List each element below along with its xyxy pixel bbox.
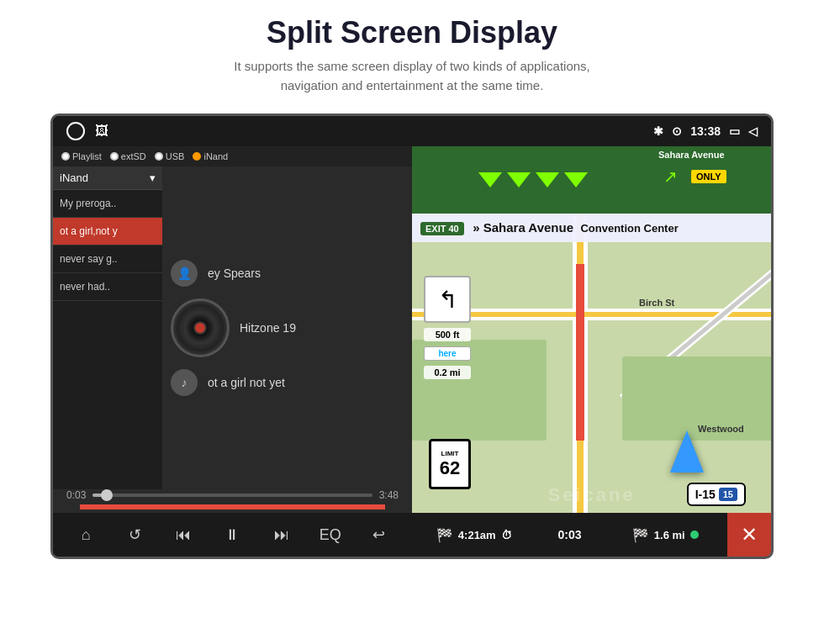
nav-bottom-right: 🏁 1.6 mi <box>604 527 728 543</box>
controls-bar: ⌂ ↺ ⏮ ⏸ ⏭ EQ ↩ <box>53 513 412 557</box>
nav-bottom-bar: 🏁 4:21am ⏱ 0:03 🏁 1.6 mi ✕ <box>412 513 771 557</box>
exit-badge: EXIT 40 <box>420 222 464 235</box>
arrow-up-right-icon: ↗ <box>658 165 683 188</box>
highway-badge: I-15 15 <box>687 483 746 506</box>
distance-remaining: 1.6 mi <box>654 529 685 541</box>
page-subtitle: It supports the same screen display of t… <box>0 57 824 95</box>
green-dot-icon <box>690 531 699 539</box>
nav-top-sign: Sahara Avenue ↗ ONLY <box>412 146 771 214</box>
home-btn[interactable]: ⌂ <box>71 520 101 550</box>
usb-label: USB <box>166 151 185 161</box>
vinyl-center <box>193 321 207 335</box>
source-extsd[interactable]: extSD <box>110 151 146 161</box>
back-icon: ◁ <box>748 124 758 138</box>
back-ctrl-btn[interactable]: ↩ <box>364 520 394 550</box>
speed-limit-sign: LIMIT 62 <box>429 439 471 489</box>
album-name: Hitzone 19 <box>240 321 296 335</box>
split-container: Playlist extSD USB iNand <box>53 146 771 557</box>
playlist-sidebar: iNand ▾ My preroga.. ot a girl,not y nev… <box>53 166 162 489</box>
radio-inand-dot <box>193 152 201 161</box>
i15-text: I-15 <box>695 488 716 501</box>
playlist-label: Playlist <box>72 151 102 161</box>
close-icon: ✕ <box>741 523 758 546</box>
next-btn[interactable]: ⏭ <box>267 520 297 550</box>
clock-icon: ⏱ <box>501 529 512 541</box>
playlist-item-1[interactable]: My preroga.. <box>53 190 162 218</box>
track-name: ot a girl not yet <box>208 376 285 389</box>
nav-close-button[interactable]: ✕ <box>727 513 771 557</box>
playlist-item-3[interactable]: never say g.. <box>53 245 162 273</box>
window-icon: ▭ <box>729 124 740 138</box>
bluetooth-icon: ✱ <box>653 124 663 138</box>
radio-extsd-dot <box>110 152 119 161</box>
status-time: 13:38 <box>690 124 721 138</box>
page-title: Split Screen Display <box>0 15 824 50</box>
progress-section: 0:03 3:48 <box>53 489 412 513</box>
sign-right-block: Sahara Avenue ↗ ONLY <box>653 146 771 214</box>
arrow-down-4 <box>564 172 588 187</box>
exit-subtitle: Convention Center <box>580 222 678 235</box>
note-icon: ♪ <box>171 369 198 396</box>
time-current: 0:03 <box>66 489 86 501</box>
nav-arrow <box>670 430 704 472</box>
status-left: 🖼 <box>66 122 108 140</box>
eta-time: 4:21am <box>458 529 496 541</box>
distance-500ft: 500 ft <box>424 328 471 341</box>
turn-icons-group: ↰ 500 ft here 0.2 mi <box>424 276 471 379</box>
progress-thumb[interactable] <box>101 489 113 501</box>
prev-btn[interactable]: ⏮ <box>168 520 198 550</box>
page-header: Split Screen Display It supports the sam… <box>0 0 824 103</box>
artist-icon: 👤 <box>171 260 198 287</box>
inand-source-label: iNand <box>203 151 228 161</box>
progress-row: 0:03 3:48 <box>66 489 399 501</box>
arrow-down-3 <box>536 172 559 187</box>
flag-icon-left: 🏁 <box>436 527 453 543</box>
source-selector[interactable]: iNand ▾ <box>53 166 162 190</box>
arrow-down-2 <box>507 172 531 187</box>
here-logo: here <box>424 346 471 361</box>
artist-row: 👤 ey Spears <box>171 260 404 287</box>
radio-playlist-dot <box>61 152 70 161</box>
music-panel: Playlist extSD USB iNand <box>53 146 412 557</box>
turn-left-icon: ↰ <box>424 276 471 323</box>
red-progress-bar <box>80 504 385 509</box>
music-meta: 👤 ey Spears Hitzone 19 ♪ <box>171 260 404 396</box>
status-right: ✱ ⊙ 13:38 ▭ ◁ <box>653 124 758 138</box>
eq-btn[interactable]: EQ <box>315 520 346 550</box>
artist-name: ey Spears <box>208 267 261 280</box>
home-button-icon[interactable] <box>66 122 85 140</box>
only-badge: ONLY <box>691 170 726 183</box>
elapsed-time: 0:03 <box>557 528 581 541</box>
playlist-item-2[interactable]: ot a girl,not y <box>53 218 162 245</box>
extsd-label: extSD <box>121 151 146 161</box>
source-inand[interactable]: iNand <box>193 151 228 161</box>
location-icon: ⊙ <box>672 124 682 138</box>
status-bar: 🖼 ✱ ⊙ 13:38 ▭ ◁ <box>53 116 771 146</box>
album-row: Hitzone 19 <box>171 298 404 357</box>
playlist-item-4[interactable]: never had.. <box>53 273 162 301</box>
source-playlist[interactable]: Playlist <box>61 151 102 161</box>
radio-usb-dot <box>155 152 163 161</box>
exit-text: » Sahara Avenue <box>473 220 573 235</box>
track-row: ♪ ot a girl not yet <box>171 369 404 396</box>
arrow-down-1 <box>478 172 502 187</box>
time-total: 3:48 <box>379 489 399 501</box>
nav-bottom-mid: 0:03 <box>536 528 604 541</box>
progress-bar[interactable] <box>92 494 372 497</box>
vinyl-disc <box>171 298 230 357</box>
sahara-label: Sahara Avenue <box>653 146 771 163</box>
left-content: iNand ▾ My preroga.. ot a girl,not y nev… <box>53 166 412 489</box>
nav-panel: Birch St Westwood Sahara Avenue ↗ ONLY <box>412 146 771 557</box>
source-selector-label: iNand <box>60 172 88 184</box>
play-pause-btn[interactable]: ⏸ <box>217 520 247 550</box>
source-tabs: Playlist extSD USB iNand <box>53 146 412 166</box>
exit-banner: EXIT 40 » Sahara Avenue Convention Cente… <box>412 214 771 242</box>
repeat-btn[interactable]: ↺ <box>119 520 150 550</box>
music-center: 👤 ey Spears Hitzone 19 ♪ <box>162 166 412 489</box>
source-usb[interactable]: USB <box>155 151 185 161</box>
nav-bottom-left: 🏁 4:21am ⏱ <box>412 527 536 543</box>
image-icon: 🖼 <box>95 124 108 139</box>
route-shield: 15 <box>719 488 737 501</box>
sign-green <box>412 146 653 214</box>
flag-icon-right: 🏁 <box>632 527 649 543</box>
